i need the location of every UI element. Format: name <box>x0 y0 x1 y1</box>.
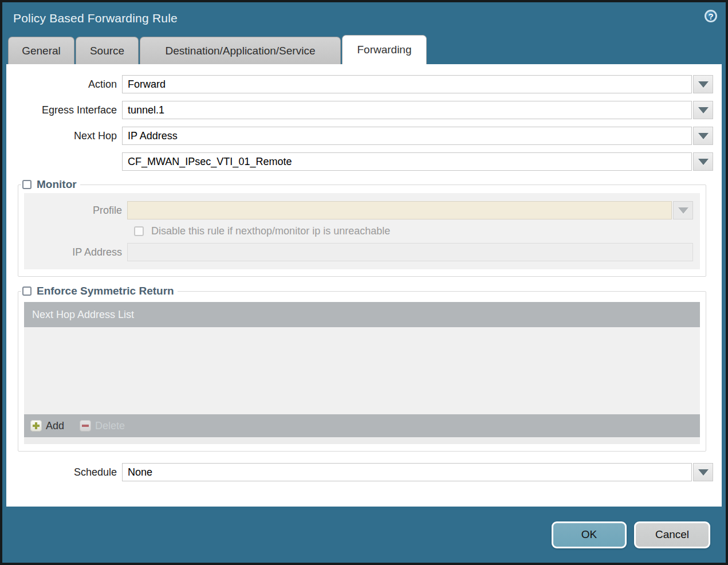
cancel-button[interactable]: Cancel <box>634 521 710 548</box>
next-hop-address-list-toolbar: Add Delete <box>24 414 700 437</box>
enforce-symmetric-return-legend-label: Enforce Symmetric Return <box>37 285 174 297</box>
plus-icon <box>30 420 42 431</box>
tab-general[interactable]: General <box>8 37 74 64</box>
next-hop-label: Next Hop <box>6 127 122 145</box>
minus-icon <box>80 420 91 431</box>
add-button[interactable]: Add <box>30 420 64 432</box>
schedule-label: Schedule <box>6 463 122 481</box>
next-hop-type-select[interactable]: IP Address <box>122 127 713 145</box>
egress-interface-select[interactable]: tunnel.1 <box>122 101 713 119</box>
next-hop-address-dropdown-button[interactable] <box>693 152 713 171</box>
next-hop-address-list-header: Next Hop Address List <box>24 302 700 327</box>
chevron-down-icon <box>678 207 688 214</box>
next-hop-dropdown-button[interactable] <box>693 127 713 145</box>
titlebar: Policy Based Forwarding Rule ? <box>2 2 726 34</box>
enforce-symmetric-return-legend: Enforce Symmetric Return <box>21 285 178 297</box>
tab-forwarding[interactable]: Forwarding <box>342 35 427 64</box>
enforce-symmetric-return-section: Enforce Symmetric Return Next Hop Addres… <box>18 285 706 452</box>
dialog-footer: OK Cancel <box>2 507 726 563</box>
monitor-legend-label: Monitor <box>37 178 77 191</box>
action-label: Action <box>6 75 122 93</box>
chevron-down-icon <box>698 81 709 88</box>
profile-value <box>127 201 672 219</box>
next-hop-address-row: CF_MWAN_IPsec_VTI_01_Remote <box>6 152 713 171</box>
egress-interface-value[interactable]: tunnel.1 <box>122 101 692 119</box>
monitor-panel: Profile Disable this rule if nexthop/mon… <box>24 193 700 269</box>
egress-interface-label: Egress Interface <box>6 101 122 119</box>
next-hop-address-list-body <box>24 327 700 414</box>
monitor-ip-address-label: IP Address <box>24 243 127 261</box>
next-hop-address-value[interactable]: CF_MWAN_IPsec_VTI_01_Remote <box>122 152 692 171</box>
next-hop-row: Next Hop IP Address <box>6 127 713 145</box>
monitor-ip-address-input <box>127 243 693 261</box>
schedule-select[interactable]: None <box>122 463 713 481</box>
chevron-down-icon <box>698 107 709 113</box>
monitor-checkbox[interactable] <box>22 180 32 189</box>
tab-source[interactable]: Source <box>76 37 139 64</box>
monitor-section: Monitor Profile Disable this rule if nex… <box>18 178 706 277</box>
profile-dropdown-button <box>673 201 693 219</box>
tab-bar: General Source Destination/Application/S… <box>2 34 726 64</box>
schedule-dropdown-button[interactable] <box>693 463 713 481</box>
page-title: Policy Based Forwarding Rule <box>2 11 178 25</box>
tab-destination-application-service[interactable]: Destination/Application/Service <box>140 37 341 64</box>
action-value[interactable]: Forward <box>122 75 692 93</box>
monitor-legend: Monitor <box>21 178 80 191</box>
schedule-value[interactable]: None <box>122 463 692 481</box>
delete-button: Delete <box>80 420 125 432</box>
schedule-row: Schedule None <box>6 463 713 481</box>
profile-select <box>127 201 693 219</box>
next-hop-address-list-table: Next Hop Address List Add Delete <box>24 302 700 444</box>
monitor-ip-address-row: IP Address <box>24 243 693 261</box>
next-hop-type-value[interactable]: IP Address <box>122 127 692 145</box>
egress-interface-dropdown-button[interactable] <box>693 101 713 119</box>
disable-rule-checkbox <box>134 226 144 236</box>
chevron-down-icon <box>698 133 709 139</box>
delete-button-label: Delete <box>95 420 125 432</box>
disable-rule-label: Disable this rule if nexthop/monitor ip … <box>151 225 390 237</box>
profile-label: Profile <box>24 201 127 219</box>
help-icon[interactable]: ? <box>705 10 717 22</box>
table-scroll-strip <box>24 437 700 444</box>
disable-rule-row: Disable this rule if nexthop/monitor ip … <box>134 225 693 237</box>
policy-based-forwarding-rule-dialog: Policy Based Forwarding Rule ? General S… <box>0 0 728 565</box>
monitor-ip-address-input-wrap <box>127 243 693 261</box>
ok-button[interactable]: OK <box>552 521 627 548</box>
egress-interface-row: Egress Interface tunnel.1 <box>6 101 713 119</box>
action-dropdown-button[interactable] <box>693 75 713 93</box>
action-select[interactable]: Forward <box>122 75 713 93</box>
profile-row: Profile <box>24 201 693 219</box>
next-hop-address-select[interactable]: CF_MWAN_IPsec_VTI_01_Remote <box>122 152 713 171</box>
forwarding-tab-panel: Action Forward Egress Interface tunnel.1… <box>6 64 722 507</box>
chevron-down-icon <box>698 469 709 476</box>
enforce-symmetric-return-checkbox[interactable] <box>22 287 32 296</box>
chevron-down-icon <box>698 159 709 165</box>
add-button-label: Add <box>46 420 64 432</box>
action-row: Action Forward <box>6 75 713 93</box>
